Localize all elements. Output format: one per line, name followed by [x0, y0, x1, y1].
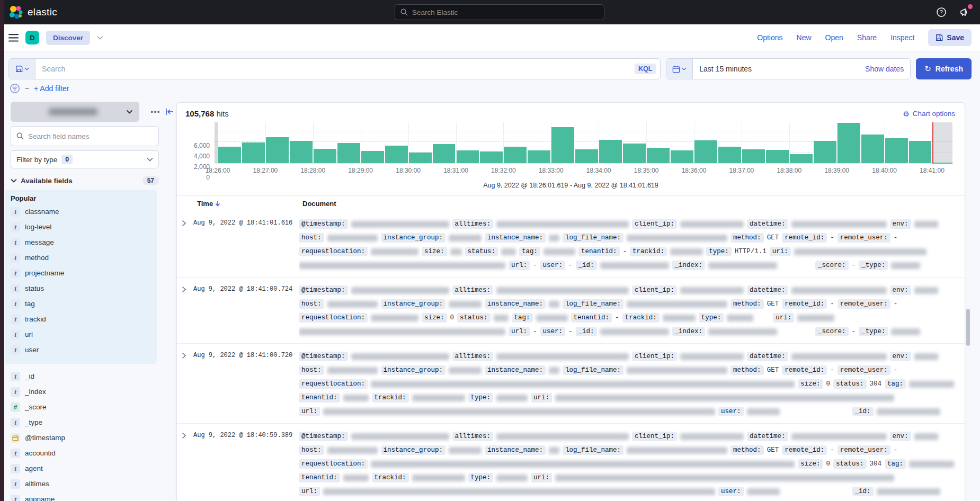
- histogram-bar[interactable]: [385, 146, 408, 163]
- index-pattern-selector[interactable]: [11, 102, 139, 122]
- doc-field-badge: host:: [299, 365, 324, 375]
- date-quick-select-button[interactable]: [666, 59, 693, 79]
- redacted-value: [323, 488, 715, 495]
- field-item-classname[interactable]: tclassname: [5, 204, 157, 219]
- global-search[interactable]: [395, 4, 604, 20]
- histogram-bar[interactable]: [575, 149, 598, 163]
- space-avatar[interactable]: D: [25, 31, 39, 44]
- gear-icon: ⚙: [903, 110, 910, 118]
- histogram-bar[interactable]: [766, 150, 789, 163]
- field-item-method[interactable]: tmethod: [5, 250, 157, 265]
- expand-row-button[interactable]: [177, 217, 193, 272]
- field-item-log-level[interactable]: tlog-level: [5, 219, 157, 235]
- histogram-bar[interactable]: [742, 149, 765, 163]
- time-range-label[interactable]: Last 15 minutes: [693, 65, 752, 73]
- filter-in-circle-icon[interactable]: [10, 83, 20, 94]
- histogram-bar[interactable]: [528, 150, 550, 163]
- histogram-bar[interactable]: [551, 127, 574, 163]
- histogram-bar[interactable]: [599, 140, 622, 163]
- table-scrollbar-thumb[interactable]: [966, 309, 970, 346]
- histogram-bar[interactable]: [457, 150, 479, 163]
- histogram-bar[interactable]: [814, 141, 836, 163]
- histogram-bar[interactable]: [480, 151, 503, 164]
- saved-query-menu-button[interactable]: [9, 59, 35, 79]
- filter-by-type-select[interactable]: Filter by type 0: [11, 150, 159, 168]
- field-item-uri[interactable]: turi: [5, 327, 157, 342]
- global-search-input[interactable]: [412, 8, 599, 16]
- field-item-alltimes[interactable]: talltimes: [5, 476, 176, 491]
- field-item-projectname[interactable]: tprojectname: [5, 265, 157, 281]
- field-item-agent[interactable]: tagent: [5, 461, 176, 476]
- field-item-user[interactable]: tuser: [5, 342, 157, 357]
- refresh-button[interactable]: ↻ Refresh: [916, 58, 972, 79]
- field-item-_index[interactable]: t_index: [5, 384, 176, 399]
- histogram-bar[interactable]: [409, 153, 432, 163]
- nav-link-open[interactable]: Open: [825, 33, 843, 42]
- string-field-icon: t: [11, 464, 20, 473]
- field-item-appname[interactable]: tappname: [5, 491, 176, 501]
- doc-field-badge: remote_user:: [838, 445, 890, 455]
- filter-divider: [25, 88, 29, 89]
- help-icon[interactable]: ?: [934, 5, 948, 19]
- redacted-value: [299, 262, 505, 269]
- breadcrumb-chevron-icon[interactable]: [97, 35, 103, 40]
- histogram-bar[interactable]: [314, 149, 336, 163]
- histogram-bar[interactable]: [647, 148, 670, 163]
- chart-options-button[interactable]: ⚙ Chart options: [903, 110, 955, 118]
- nav-link-new[interactable]: New: [797, 33, 812, 42]
- x-tick-label: 18:26:00: [206, 167, 230, 174]
- field-item-@timestamp[interactable]: @timestamp: [5, 430, 176, 445]
- field-item-trackid[interactable]: ttrackid: [5, 311, 157, 327]
- string-field-icon: t: [11, 253, 20, 263]
- field-item-_type[interactable]: t_type: [5, 415, 176, 430]
- save-button[interactable]: Save: [928, 29, 972, 46]
- field-options-button[interactable]: [148, 104, 162, 119]
- field-item-message[interactable]: tmessage: [5, 235, 157, 250]
- nav-link-share[interactable]: Share: [857, 33, 877, 42]
- field-item-status[interactable]: tstatus: [5, 281, 157, 296]
- field-search-input[interactable]: [28, 132, 153, 140]
- field-item-tag[interactable]: ttag: [5, 296, 157, 311]
- refresh-button-label: Refresh: [936, 65, 963, 73]
- histogram-bar[interactable]: [361, 151, 384, 164]
- hamburger-icon[interactable]: [8, 34, 19, 42]
- nav-link-inspect[interactable]: Inspect: [890, 33, 914, 42]
- time-column-header[interactable]: Time: [197, 200, 302, 208]
- histogram-bar[interactable]: [242, 142, 265, 163]
- breadcrumb-discover[interactable]: Discover: [46, 31, 90, 45]
- redacted-value: [371, 315, 418, 321]
- newsfeed-icon[interactable]: [958, 5, 972, 19]
- histogram-bar[interactable]: [433, 144, 456, 163]
- show-dates-button[interactable]: Show dates: [865, 65, 910, 73]
- histogram-bar[interactable]: [885, 138, 908, 163]
- histogram-bar[interactable]: [861, 135, 884, 163]
- available-fields-toggle[interactable]: Available fields 57: [11, 176, 159, 185]
- collapse-sidebar-button[interactable]: [162, 104, 176, 119]
- expand-row-button[interactable]: [177, 283, 193, 338]
- histogram-bar[interactable]: [671, 150, 693, 163]
- elastic-logo[interactable]: elastic: [8, 5, 57, 20]
- field-item-accountid[interactable]: taccountid: [5, 445, 176, 461]
- histogram-bar[interactable]: [909, 141, 932, 163]
- add-filter-button[interactable]: + Add filter: [34, 84, 69, 93]
- x-tick-label: 18:29:00: [348, 167, 373, 174]
- histogram-bar[interactable]: [337, 143, 360, 164]
- nav-link-options[interactable]: Options: [757, 33, 782, 42]
- field-item-_id[interactable]: t_id: [5, 369, 176, 384]
- histogram-bar[interactable]: [290, 141, 313, 163]
- kql-badge[interactable]: KQL: [635, 64, 656, 74]
- hits-count: 105,768 hits: [185, 109, 229, 118]
- query-search-input[interactable]: [35, 65, 635, 73]
- histogram-bar[interactable]: [504, 147, 527, 163]
- histogram-bar[interactable]: [790, 154, 813, 163]
- expand-row-button[interactable]: [177, 430, 193, 498]
- string-field-icon: t: [11, 207, 20, 217]
- expand-row-button[interactable]: [177, 350, 193, 418]
- histogram-bar[interactable]: [218, 147, 241, 163]
- histogram-bar[interactable]: [623, 144, 646, 163]
- field-item-_score[interactable]: #_score: [5, 399, 176, 415]
- histogram-bar[interactable]: [694, 140, 717, 163]
- histogram-bar[interactable]: [266, 137, 289, 163]
- histogram-bar[interactable]: [718, 147, 741, 163]
- histogram-bar[interactable]: [838, 123, 860, 163]
